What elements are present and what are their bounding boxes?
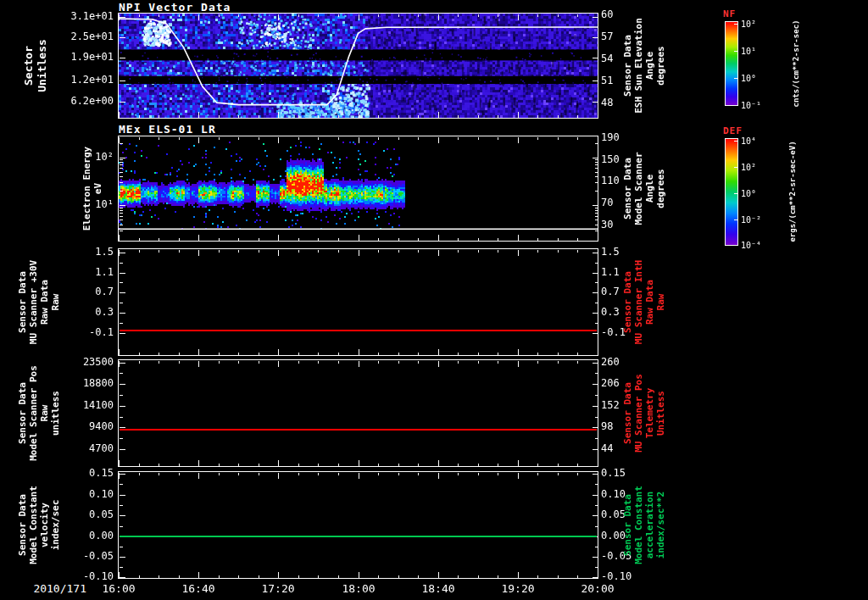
tick-mark [734, 245, 738, 246]
tick-mark [120, 225, 123, 225]
tick-mark [398, 115, 399, 118]
tick-mark [595, 208, 598, 208]
tick-mark [418, 473, 419, 475]
tick-mark [537, 238, 538, 241]
tick-mark [219, 238, 220, 241]
tick-mark [120, 515, 125, 516]
tick-mark [298, 14, 299, 17]
tick-mark [595, 168, 598, 169]
tick-mark [119, 137, 120, 143]
colorbar-unit: cnts/(cm**2-sr-sec) [792, 14, 801, 114]
tick-mark [458, 575, 459, 578]
x-tick-label: 16:40 [178, 582, 219, 595]
tick-mark [298, 137, 299, 140]
tick-mark [595, 182, 598, 183]
tick-mark [139, 238, 140, 241]
tick-mark [120, 427, 125, 428]
tick-mark [278, 137, 279, 143]
tick-mark [558, 575, 559, 578]
colorbar-tick-label: 10⁻⁴ [741, 241, 770, 251]
y-axis-label: Electron Energy eV [81, 136, 103, 242]
tick-mark [159, 137, 159, 140]
tick-mark [278, 112, 279, 118]
y-axis-label-text: Sector Unitless [22, 13, 49, 119]
y-axis-label: Sensor Data Model Constant velocity inde… [17, 471, 61, 579]
tick-mark [595, 417, 598, 418]
tick-mark [278, 14, 279, 20]
tick-mark [378, 250, 379, 253]
tick-mark [120, 417, 123, 418]
tick-mark [577, 473, 578, 475]
tick-mark [595, 219, 598, 220]
right-axis-label: Sensor Data MU Scanner Pos Telemetry Uni… [622, 359, 666, 467]
tplot-figure: NPI Vector Data MEx ELS-01 LR 2010/171 N… [0, 0, 868, 600]
tick-mark [577, 238, 578, 241]
tick-mark [159, 353, 159, 355]
tick-mark [577, 14, 578, 17]
tick-mark [120, 191, 123, 192]
tick-mark [120, 208, 123, 208]
tick-mark [537, 361, 538, 364]
colorbar-tick-label: 10¹ [741, 47, 770, 57]
tick-mark [318, 575, 319, 578]
tick-mark [159, 464, 159, 466]
panel-els-spectrogram [118, 136, 598, 242]
npi-heatmap-canvas [119, 14, 598, 118]
tick-mark [120, 547, 123, 547]
right-axis-label-text: Sensor Data ESH Sun Elevation Angle degr… [622, 13, 666, 119]
tick-mark [278, 460, 279, 466]
tick-mark [278, 361, 279, 367]
y-axis-label-text: Electron Energy eV [81, 136, 103, 242]
tick-mark [338, 250, 339, 253]
tick-mark [338, 353, 339, 355]
tick-mark [179, 14, 180, 17]
colorbar-tick-label: 10⁰ [741, 189, 770, 199]
tick-mark [418, 238, 419, 241]
tick-mark [259, 115, 259, 118]
tick-mark [418, 353, 419, 355]
tick-mark [398, 14, 399, 17]
tick-mark [139, 575, 140, 578]
tick-mark [119, 473, 120, 479]
tick-mark [537, 14, 538, 17]
tick-mark [139, 353, 140, 355]
tick-mark [198, 572, 199, 578]
tick-mark [139, 473, 140, 475]
tick-mark [458, 250, 459, 253]
tick-mark [359, 349, 359, 355]
tick-mark [298, 115, 299, 118]
tick-mark [139, 464, 140, 466]
tick-mark [338, 137, 339, 140]
colorbar-def-gradient [725, 138, 738, 246]
tick-mark [438, 14, 439, 20]
tick-mark [458, 238, 459, 241]
tick-mark [278, 572, 279, 578]
tick-mark [259, 473, 259, 475]
tick-mark [458, 473, 459, 475]
tick-mark [438, 572, 439, 578]
tick-mark [359, 473, 359, 479]
tick-mark [734, 193, 738, 194]
tick-mark [458, 361, 459, 364]
tick-mark [179, 361, 180, 364]
tick-mark [159, 14, 159, 17]
tick-mark [458, 14, 459, 17]
tick-mark [259, 14, 259, 17]
tick-mark [595, 567, 598, 568]
tick-mark [378, 238, 379, 241]
tick-mark [498, 250, 498, 253]
panel-model-scanner-pos [118, 359, 598, 467]
tick-mark [159, 575, 159, 578]
tick-mark [298, 353, 299, 355]
tick-mark [298, 238, 299, 241]
tick-mark [595, 159, 598, 160]
y-axis-label: Sector Unitless [22, 13, 49, 119]
tick-mark [558, 464, 559, 466]
tick-mark [498, 464, 498, 466]
x-tick-label: 19:20 [498, 582, 538, 595]
tick-mark [478, 353, 479, 355]
tick-mark [298, 473, 299, 475]
tick-mark [259, 361, 259, 364]
tick-mark [595, 176, 598, 177]
colorbar-unit-text: ergs/(cm**2-sr-sec-eV) [788, 131, 798, 252]
